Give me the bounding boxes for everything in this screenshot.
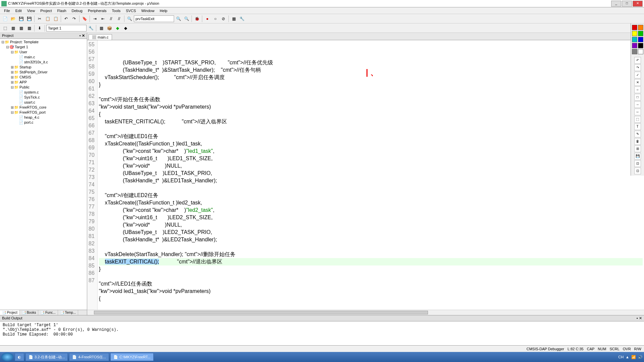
code-line[interactable]: { [99, 111, 643, 118]
code-line[interactable]: } [99, 265, 643, 273]
panel-tab-temp[interactable]: 📑 Temp... [58, 310, 78, 315]
draw-tool-icon[interactable]: ↔ [634, 109, 641, 115]
code-line[interactable]: (UBaseType_t )START_TASK_PRIO, "cmt">//任… [99, 59, 643, 66]
color-swatch[interactable] [638, 49, 643, 54]
disable-bp-icon[interactable]: ○ [212, 15, 219, 22]
editor-tab-main-c[interactable]: main.c [89, 34, 112, 40]
menu-item-edit[interactable]: Edit [13, 8, 24, 13]
breakpoint-icon[interactable]: ● [204, 15, 211, 22]
code-line[interactable]: "kw">void start_task("kw">void *pvParame… [99, 103, 643, 111]
draw-tool-icon[interactable]: 💾 [634, 153, 641, 160]
code-line[interactable] [99, 184, 643, 192]
code-line[interactable]: vTaskDelete(StartTask_Handler); "cmt">//… [99, 251, 643, 258]
code-line[interactable] [99, 125, 643, 133]
build-output-text[interactable]: Build target 'Target 1' ".\Obj\Template.… [0, 321, 644, 345]
code-line[interactable]: (TaskHandle_t* )&StartTask_Handler); "cm… [99, 66, 643, 74]
color-swatch[interactable] [632, 43, 637, 48]
translate-icon[interactable]: ⬚ [1, 24, 9, 32]
cut-icon[interactable]: ✂ [36, 15, 43, 22]
maximize-button[interactable]: □ [622, 1, 632, 7]
save-all-icon[interactable]: 💾 [25, 15, 33, 22]
manage-icon[interactable]: ▦ [98, 24, 105, 32]
code-line[interactable]: "cmt">//创建LED1任务 [99, 133, 643, 140]
select-packs-icon[interactable]: ◆ [122, 24, 129, 32]
code-line[interactable]: { [99, 295, 643, 302]
find-in-files-icon[interactable]: 🔍 [183, 15, 190, 22]
color-swatch[interactable] [638, 25, 643, 30]
color-swatch[interactable] [632, 37, 637, 42]
code-line[interactable]: ("kw">uint16_t )LED2_STK_SIZE, [99, 214, 643, 221]
new-file-icon[interactable]: 📄 [1, 15, 9, 22]
find-next-icon[interactable]: 🔍 [175, 15, 182, 22]
color-swatch[interactable] [632, 25, 637, 30]
code-line[interactable]: (TaskHandle_t* )&LED2Task_Handler); [99, 236, 643, 243]
code-line[interactable]: ("kw">void* )NULL, [99, 221, 643, 229]
tray-network-icon[interactable]: 📶 [631, 355, 636, 359]
code-line[interactable] [99, 243, 643, 251]
code-line[interactable]: "kw">void led1_task("kw">void *pvParamet… [99, 288, 643, 295]
save-icon[interactable]: 💾 [17, 15, 25, 22]
code-editor[interactable]: 5556575859606162636465666768697071727374… [87, 40, 644, 310]
target-combo[interactable] [46, 25, 87, 32]
panel-tab-func[interactable]: 📑 Func... [38, 310, 58, 315]
draw-tool-icon[interactable]: T [634, 123, 641, 130]
indent-icon[interactable]: ⇥ [91, 15, 99, 22]
open-file-icon[interactable]: 📂 [9, 15, 17, 22]
code-content[interactable]: | 、 (UBaseType_t )START_TASK_PRIO, "cmt"… [98, 40, 644, 310]
build-close-icon[interactable]: ▪ ✕ [637, 316, 642, 320]
taskbar-item[interactable]: 📄4-FreeRTOS任... [69, 353, 109, 361]
tree-file-stm32f10x_it-c[interactable]: 📄stm32f10x_it.c [1, 60, 86, 65]
panel-tab-books[interactable]: 📑 Books [20, 310, 39, 315]
panel-tab-project[interactable]: 📑 Project [0, 310, 20, 315]
code-line[interactable]: (TaskHandle_t* )&LED1Task_Handler); [99, 177, 643, 184]
tree-file-main-c[interactable]: 📄main.c [1, 55, 86, 60]
tree-group-startup[interactable]: ⊞📁Startup [1, 65, 86, 70]
code-line[interactable]: } [99, 81, 643, 88]
color-swatch[interactable] [632, 31, 637, 36]
panel-close-icon[interactable]: ▪ ✕ [79, 34, 85, 38]
configure-icon[interactable]: 🔧 [238, 15, 246, 22]
code-line[interactable]: ("kw">uint16_t )LED1_STK_SIZE, [99, 155, 643, 162]
code-line[interactable]: "cmt">//创建LED2任务 [99, 192, 643, 199]
redo-icon[interactable]: ↷ [70, 15, 78, 22]
taskbar-pinned-icon[interactable]: ◐ [15, 353, 24, 361]
code-line[interactable]: "cmt">//LED1任务函数 [99, 280, 643, 288]
code-line[interactable]: xTaskCreate((TaskFunction_t )led1_task, [99, 140, 643, 147]
menu-item-debug[interactable]: Debug [69, 8, 85, 13]
code-line[interactable]: (UBaseType_t )LED2_TASK_PRIO, [99, 229, 643, 236]
taskbar-item[interactable]: 📄3.2-任务创建--动... [25, 353, 68, 361]
tree-file-port-c[interactable]: 📄port.c [1, 120, 86, 125]
tree-group-freertos_core[interactable]: ⊞📁FreeRTOS_core [1, 105, 86, 110]
draw-tool-icon[interactable]: □ [634, 94, 641, 101]
copy-icon[interactable]: 📋 [44, 15, 51, 22]
menu-item-window[interactable]: Window [139, 8, 157, 13]
tree-group-user[interactable]: ⊟📁User [1, 50, 86, 55]
batch-build-icon[interactable]: ▦ [25, 24, 33, 32]
color-swatch[interactable] [638, 43, 643, 48]
debug-icon[interactable]: 🐞 [193, 15, 201, 22]
color-swatch[interactable] [638, 31, 643, 36]
uncomment-icon[interactable]: // [115, 15, 123, 22]
tray-sound-icon[interactable]: 🔊 [638, 355, 643, 359]
tree-file-usart-c[interactable]: 📄usart.c [1, 100, 86, 105]
tree-group-app[interactable]: ⊞📁APP [1, 80, 86, 85]
download-icon[interactable]: ⬇ [36, 24, 43, 32]
code-line[interactable]: xTaskCreate((TaskFunction_t )led2_task, [99, 199, 643, 206]
tree-project-root[interactable]: ⊟📁Project: Template [1, 40, 86, 45]
menu-item-file[interactable]: File [1, 8, 13, 13]
draw-tool-icon[interactable]: 🗑 [634, 138, 641, 145]
menu-item-peripherals[interactable]: Peripherals [85, 8, 109, 13]
menu-item-view[interactable]: View [24, 8, 38, 13]
code-line[interactable]: "cmt">//开始任务任务函数 [99, 96, 643, 103]
code-line[interactable] [99, 273, 643, 280]
code-line[interactable]: taskENTER_CRITICAL(); "cmt">//进入临界区 [99, 118, 643, 125]
tree-group-cmsis[interactable]: ⊞📁CMSIS [1, 75, 86, 80]
window-icon[interactable]: ▦ [230, 15, 237, 22]
draw-tool-icon[interactable]: ⊞ [634, 145, 641, 152]
draw-tool-icon[interactable]: ↷ [634, 64, 641, 71]
minimize-button[interactable]: _ [611, 1, 621, 7]
find-icon[interactable]: 🔍 [126, 15, 133, 22]
menu-item-help[interactable]: Help [157, 8, 170, 13]
find-combo[interactable] [134, 15, 174, 22]
draw-tool-icon[interactable]: ⬚ [634, 116, 641, 123]
